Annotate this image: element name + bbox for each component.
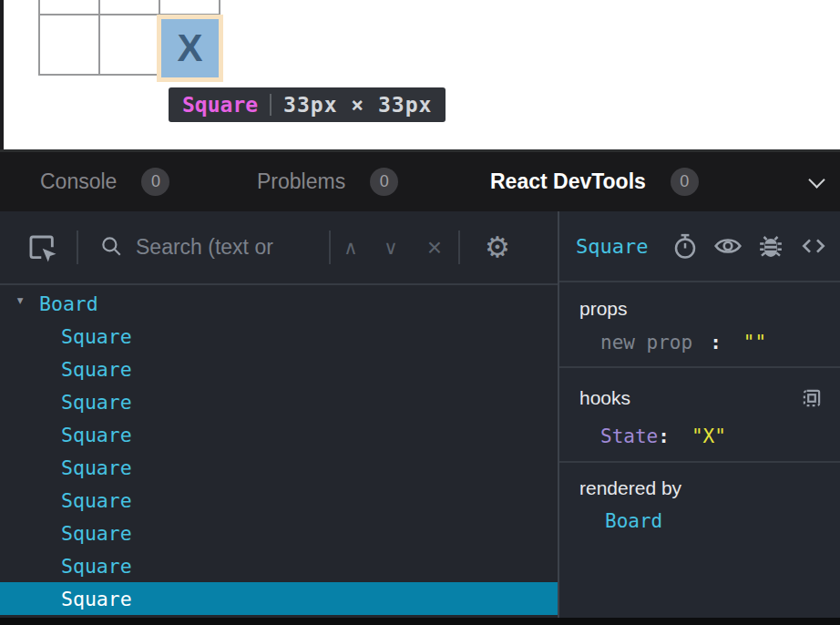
search-icon bbox=[99, 234, 123, 261]
component-name: Square bbox=[61, 588, 132, 610]
tree-row-square[interactable]: Square bbox=[0, 517, 558, 549]
hook-value[interactable]: "X" bbox=[691, 425, 726, 447]
component-inspector-pane: Square bbox=[559, 211, 840, 618]
selected-component-title: Square bbox=[576, 235, 648, 258]
prop-row: new prop : "" bbox=[559, 332, 840, 353]
tab-badge: 0 bbox=[141, 168, 169, 196]
tree-row-square[interactable]: Square bbox=[0, 451, 558, 484]
chevron-down-icon[interactable] bbox=[810, 174, 824, 188]
tree-row-square[interactable]: Square bbox=[0, 418, 558, 451]
eye-inspect-dom-icon[interactable] bbox=[712, 231, 743, 261]
search-input[interactable] bbox=[136, 235, 329, 260]
board-square[interactable] bbox=[99, 0, 159, 15]
inspect-element-icon[interactable] bbox=[26, 232, 57, 263]
hook-row: State : "X" bbox=[559, 425, 840, 447]
tree-toolbar: ∧ ∨ × ⚙ bbox=[0, 211, 558, 285]
colon: : bbox=[658, 425, 670, 447]
devtools-element-highlight: X bbox=[157, 15, 223, 82]
tree-row-square[interactable]: Square bbox=[0, 549, 558, 582]
search-prev-icon[interactable]: ∧ bbox=[331, 237, 371, 259]
component-name: Square bbox=[61, 391, 132, 414]
tree-row-board[interactable]: ▾ Board bbox=[0, 287, 558, 320]
square-x-mark: X bbox=[177, 29, 202, 67]
toolbar-divider bbox=[77, 231, 78, 264]
components-tree-pane: ∧ ∨ × ⚙ ▾ Board Square Square Square bbox=[0, 211, 559, 618]
gear-icon[interactable]: ⚙ bbox=[485, 233, 510, 261]
search-next-icon[interactable]: ∨ bbox=[371, 237, 411, 259]
hook-name: State bbox=[600, 425, 658, 447]
tab-label: Problems bbox=[257, 169, 345, 194]
component-name: Square bbox=[61, 358, 132, 381]
board-square[interactable] bbox=[39, 15, 99, 75]
tab-label: Console bbox=[40, 169, 117, 194]
inspector-header: Square bbox=[559, 211, 840, 282]
tab-badge: 0 bbox=[370, 168, 398, 196]
component-name: Square bbox=[61, 555, 132, 578]
tab-label: React DevTools bbox=[490, 169, 646, 194]
viewport-left-border bbox=[0, 0, 4, 149]
devtools-element-highlight-content: X bbox=[161, 19, 219, 77]
search-clear-icon[interactable]: × bbox=[411, 233, 458, 262]
props-section: props new prop : "" bbox=[559, 282, 840, 368]
screen: X Square 33px × 33px Console 0 Problems … bbox=[0, 0, 840, 625]
tooltip-divider bbox=[270, 94, 271, 116]
devtools-tab-bar: Console 0 Problems 0 React DevTools 0 bbox=[0, 149, 840, 211]
hooks-section: hooks State : "X" bbox=[559, 368, 840, 463]
component-name: Square bbox=[61, 325, 132, 348]
toolbar-divider bbox=[458, 231, 460, 264]
rendered-by-title: rendered by bbox=[559, 477, 681, 499]
tooltip-dimensions: 33px × 33px bbox=[283, 93, 432, 117]
tab-console[interactable]: Console 0 bbox=[40, 152, 169, 211]
tree-row-square-selected[interactable]: Square bbox=[0, 582, 558, 615]
prop-value[interactable]: "" bbox=[743, 332, 766, 353]
bottom-bar bbox=[0, 618, 840, 625]
board-square[interactable] bbox=[159, 0, 220, 15]
inspect-tooltip: Square 33px × 33px bbox=[169, 87, 446, 122]
stopwatch-suspend-icon[interactable] bbox=[670, 231, 701, 261]
board-square[interactable] bbox=[39, 0, 99, 15]
parse-hook-names-icon[interactable] bbox=[796, 383, 827, 414]
rendered-by-section: rendered by Board bbox=[559, 463, 840, 618]
react-devtools-panel: ∧ ∨ × ⚙ ▾ Board Square Square Square bbox=[0, 211, 840, 618]
tree-row-square[interactable]: Square bbox=[0, 320, 558, 353]
caret-down-icon[interactable]: ▾ bbox=[15, 291, 25, 309]
colon: : bbox=[710, 332, 722, 353]
component-name: Board bbox=[39, 292, 98, 315]
tree-row-square[interactable]: Square bbox=[0, 353, 558, 385]
tab-problems[interactable]: Problems 0 bbox=[257, 152, 398, 211]
component-name: Square bbox=[61, 489, 132, 512]
board-square[interactable] bbox=[99, 15, 159, 75]
props-title: props bbox=[559, 298, 628, 320]
component-name: Square bbox=[61, 424, 132, 446]
hooks-title: hooks bbox=[559, 387, 630, 409]
tree-row-square[interactable]: Square bbox=[0, 385, 558, 418]
code-view-source-icon[interactable] bbox=[798, 231, 829, 261]
component-name: Square bbox=[61, 522, 132, 545]
browser-viewport: X Square 33px × 33px bbox=[0, 0, 840, 149]
tooltip-component-name: Square bbox=[182, 93, 258, 117]
bug-log-icon[interactable] bbox=[755, 231, 786, 261]
tree-row-square[interactable]: Square bbox=[0, 484, 558, 517]
component-tree: ▾ Board Square Square Square Square Squa… bbox=[0, 285, 558, 618]
component-name: Square bbox=[61, 456, 132, 479]
new-prop-input[interactable]: new prop bbox=[600, 332, 692, 353]
tab-badge: 0 bbox=[671, 168, 699, 196]
rendered-by-board-link[interactable]: Board bbox=[559, 510, 840, 532]
tab-react-devtools[interactable]: React DevTools 0 bbox=[490, 152, 699, 211]
inspector-header-icons bbox=[670, 231, 829, 261]
